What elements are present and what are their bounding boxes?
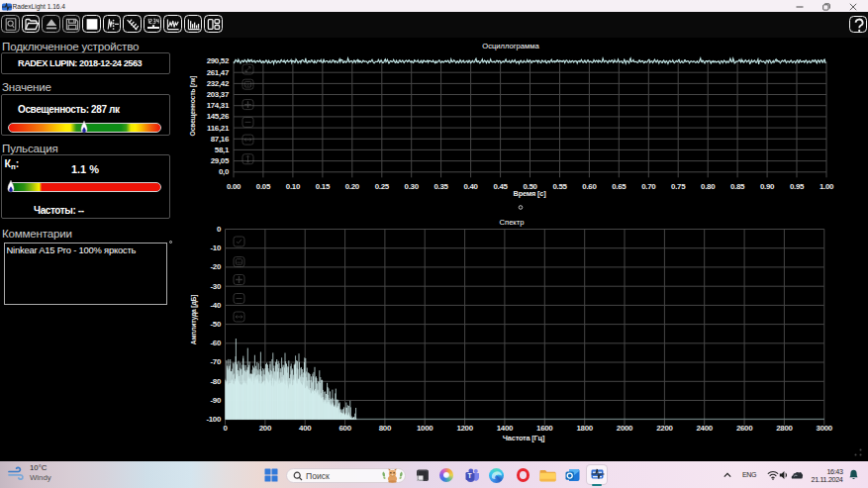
svg-text:1400: 1400 bbox=[497, 424, 514, 433]
svg-text:400: 400 bbox=[299, 424, 312, 433]
svg-text:0.70: 0.70 bbox=[641, 182, 656, 191]
svg-text:Спектр: Спектр bbox=[500, 218, 525, 227]
svg-text:1800: 1800 bbox=[577, 424, 594, 433]
svg-text:0.45: 0.45 bbox=[494, 182, 509, 191]
svg-text:0.05: 0.05 bbox=[256, 182, 271, 191]
svg-text:Осциллограмма: Осциллограмма bbox=[482, 42, 539, 50]
svg-text:232,42: 232,42 bbox=[207, 79, 230, 88]
svg-text:Время [с]: Время [с] bbox=[514, 189, 547, 198]
svg-text:203,37: 203,37 bbox=[207, 90, 230, 99]
svg-text:174,31: 174,31 bbox=[207, 101, 230, 110]
svg-text:-70: -70 bbox=[210, 357, 221, 366]
svg-text:-30: -30 bbox=[210, 282, 221, 291]
svg-text:0.00: 0.00 bbox=[227, 182, 241, 191]
svg-text:-80: -80 bbox=[210, 377, 221, 386]
svg-text:0.55: 0.55 bbox=[552, 182, 567, 191]
svg-text:Освещенность [лк]: Освещенность [лк] bbox=[189, 76, 197, 137]
svg-text:-20: -20 bbox=[210, 262, 221, 271]
svg-text:-90: -90 bbox=[210, 396, 221, 405]
svg-text:116,21: 116,21 bbox=[207, 124, 230, 133]
svg-text:3000: 3000 bbox=[817, 424, 833, 433]
svg-text:0: 0 bbox=[223, 424, 228, 433]
svg-text:-40: -40 bbox=[210, 301, 221, 310]
svg-text:1600: 1600 bbox=[536, 424, 553, 433]
svg-text:800: 800 bbox=[379, 424, 392, 433]
svg-text:2600: 2600 bbox=[736, 424, 753, 433]
svg-text:0.65: 0.65 bbox=[612, 182, 627, 191]
svg-text:29,05: 29,05 bbox=[211, 156, 230, 165]
svg-text:0: 0 bbox=[217, 225, 222, 234]
svg-text:200: 200 bbox=[259, 424, 272, 433]
svg-text:0.35: 0.35 bbox=[434, 182, 449, 191]
svg-text:0.40: 0.40 bbox=[464, 182, 479, 191]
svg-text:0,0: 0,0 bbox=[219, 167, 230, 176]
svg-text:2000: 2000 bbox=[617, 424, 633, 433]
svg-text:0.80: 0.80 bbox=[701, 182, 716, 191]
svg-text:600: 600 bbox=[338, 424, 351, 433]
svg-text:1.00: 1.00 bbox=[820, 182, 834, 191]
svg-text:290,52: 290,52 bbox=[207, 56, 230, 65]
svg-text:1200: 1200 bbox=[456, 424, 473, 433]
svg-text:-10: -10 bbox=[210, 244, 221, 252]
svg-text:0.75: 0.75 bbox=[671, 182, 686, 191]
svg-text:0.20: 0.20 bbox=[345, 182, 360, 191]
svg-text:0.95: 0.95 bbox=[790, 182, 805, 191]
svg-text:0.15: 0.15 bbox=[316, 182, 331, 191]
svg-text:-50: -50 bbox=[210, 320, 221, 329]
svg-text:0.85: 0.85 bbox=[730, 182, 745, 191]
svg-text:0.30: 0.30 bbox=[405, 182, 420, 191]
svg-text:-60: -60 bbox=[210, 339, 221, 347]
svg-text:2400: 2400 bbox=[697, 424, 714, 433]
svg-text:0.60: 0.60 bbox=[582, 182, 597, 191]
svg-text:Амплитуда [дБ]: Амплитуда [дБ] bbox=[190, 295, 198, 345]
svg-text:261,47: 261,47 bbox=[207, 68, 230, 77]
svg-text:Частота [Гц]: Частота [Гц] bbox=[503, 434, 545, 442]
svg-text:0.10: 0.10 bbox=[286, 182, 301, 191]
svg-text:0.90: 0.90 bbox=[760, 182, 775, 191]
svg-text:-100: -100 bbox=[206, 415, 222, 424]
svg-text:0.25: 0.25 bbox=[375, 182, 390, 191]
svg-text:2800: 2800 bbox=[776, 424, 793, 433]
svg-text:87,16: 87,16 bbox=[211, 135, 230, 144]
svg-text:58,1: 58,1 bbox=[215, 146, 230, 154]
svg-text:145,26: 145,26 bbox=[207, 112, 230, 121]
svg-text:2200: 2200 bbox=[656, 424, 673, 433]
svg-text:1000: 1000 bbox=[417, 424, 434, 433]
